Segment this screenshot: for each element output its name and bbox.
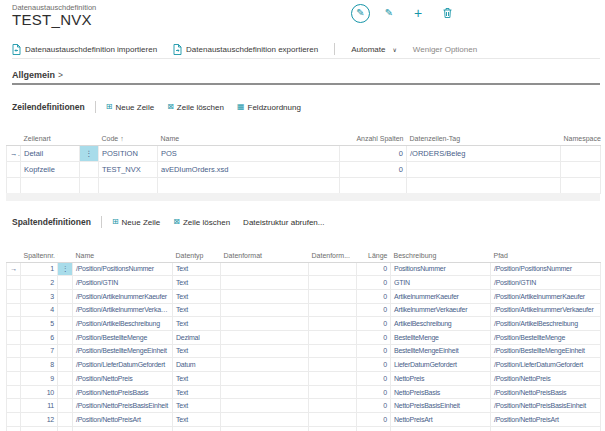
cell-datentyp[interactable]: Text	[173, 276, 221, 290]
cell-spaltennr[interactable]	[21, 426, 58, 431]
cell-spaltennr[interactable]: 7	[21, 344, 58, 358]
cell-menu-icon[interactable]: ⋮	[58, 262, 73, 276]
column-header-laenge[interactable]: Länge	[357, 244, 391, 262]
cell-datenformat[interactable]	[221, 413, 309, 427]
less-options-button[interactable]: Weniger Optionen	[413, 45, 477, 54]
cell-pfad[interactable]: /Position/ArtikelBeschreibung	[491, 317, 601, 331]
cell-zeilenart[interactable]: Detail	[21, 145, 80, 161]
general-fasttab-toggle[interactable]: Allgemein>	[12, 70, 63, 80]
column-header-code[interactable]: Code↑	[99, 128, 158, 145]
cell-datenform[interactable]	[309, 276, 357, 290]
cell-datenformat[interactable]	[221, 317, 309, 331]
cell-menu-cell[interactable]	[58, 303, 73, 317]
cell-pfad[interactable]: /Position/ArtikelnummerKaeufer	[491, 289, 601, 303]
cell-laenge[interactable]: 0	[357, 372, 391, 386]
cell-name[interactable]: /Position/NettoPreisArt	[73, 413, 173, 427]
automate-menu-button[interactable]: Automate ∨	[351, 45, 397, 54]
cell-menu-cell[interactable]	[58, 317, 73, 331]
cell-name[interactable]: /Position/BestellteMengeEinheit	[73, 344, 173, 358]
cell-code[interactable]: TEST_NVX	[99, 161, 158, 177]
cell-menu-cell[interactable]	[58, 289, 73, 303]
cell-name[interactable]: /Position/NettoPreisBasis	[73, 385, 173, 399]
cell-datenform[interactable]	[309, 317, 357, 331]
cell-pfad[interactable]: /Position/BestellteMenge	[491, 330, 601, 344]
cell-laenge[interactable]: 0	[357, 289, 391, 303]
cell-datenformat[interactable]	[221, 289, 309, 303]
column-header-datenzeilen-tag[interactable]: Datenzeilen-Tag	[407, 128, 561, 145]
line-new-line-button[interactable]: ⊞ Neue Zeile	[106, 103, 154, 112]
cell-beschreibung[interactable]: ArtikelBeschreibung	[391, 317, 491, 331]
column-header-datenform[interactable]: Datenform...	[309, 244, 357, 262]
cell-spaltennr[interactable]: 10	[21, 385, 58, 399]
cell-beschreibung[interactable]: PositionsNummer	[391, 262, 491, 276]
cell-laenge[interactable]: 0	[357, 344, 391, 358]
cell-datenformat[interactable]	[221, 276, 309, 290]
cell-zeilenart[interactable]	[21, 177, 80, 193]
column-header-beschreibung[interactable]: Beschreibung	[391, 244, 491, 262]
cell-datentyp[interactable]: Text	[173, 303, 221, 317]
cell-laenge[interactable]: 0	[357, 385, 391, 399]
new-button[interactable]: +	[408, 3, 428, 23]
cell-name[interactable]: /Position/NettoPreis	[73, 372, 173, 386]
cell-datentyp[interactable]: Text	[173, 372, 221, 386]
cell-pfad[interactable]: /Position/LieferDatumGefordert	[491, 358, 601, 372]
cell-beschreibung[interactable]: BestellteMenge	[391, 330, 491, 344]
cell-spaltennr[interactable]: 3	[21, 289, 58, 303]
column-header-pfad[interactable]: Pfad	[491, 244, 601, 262]
column-header-datentyp[interactable]: Datentyp	[173, 244, 221, 262]
cell-beschreibung[interactable]	[391, 426, 491, 431]
cell-datenform[interactable]	[309, 358, 357, 372]
cell-spaltennr[interactable]: 8	[21, 358, 58, 372]
cell-beschreibung[interactable]: GTIN	[391, 276, 491, 290]
cell-spaltennr[interactable]: 1	[21, 262, 58, 276]
column-header-namespace[interactable]: Namespace	[561, 128, 601, 145]
column-header-zeilenart[interactable]: Zeilenart	[21, 128, 80, 145]
cell-laenge[interactable]: 0	[357, 413, 391, 427]
edit-button[interactable]: ✎	[351, 4, 370, 23]
cell-anzahl-spalten[interactable]	[340, 177, 407, 193]
cell-menu-cell[interactable]	[58, 399, 73, 413]
cell-datentyp[interactable]: Text	[173, 262, 221, 276]
cell-menu-icon[interactable]: ⋮	[80, 145, 99, 161]
cell-name[interactable]: /Position/PositionsNummer	[73, 262, 173, 276]
cell-laenge[interactable]: 0	[357, 330, 391, 344]
cell-spaltennr[interactable]: 6	[21, 330, 58, 344]
cell-anzahl-spalten[interactable]: 0	[340, 161, 407, 177]
cell-menu-cell[interactable]	[80, 161, 99, 177]
cell-name[interactable]	[158, 177, 340, 193]
cell-menu-cell[interactable]	[58, 276, 73, 290]
cell-spaltennr[interactable]: 4	[21, 303, 58, 317]
column-header-anzahl-spalten[interactable]: Anzahl Spalten	[340, 128, 407, 145]
cell-datenzeilen-tag[interactable]	[407, 161, 561, 177]
cell-menu-cell[interactable]	[58, 358, 73, 372]
cell-datentyp[interactable]: Dezimal	[173, 330, 221, 344]
cell-datenzeilen-tag[interactable]	[407, 177, 561, 193]
cell-beschreibung[interactable]: NettoPreisBasis	[391, 385, 491, 399]
cell-datenform[interactable]	[309, 385, 357, 399]
cell-datentyp[interactable]: Text	[173, 399, 221, 413]
cell-beschreibung[interactable]: NettoPreis	[391, 372, 491, 386]
cell-name[interactable]	[73, 426, 173, 431]
cell-namespace[interactable]	[561, 177, 601, 193]
cell-datenform[interactable]	[309, 372, 357, 386]
cell-beschreibung[interactable]: NettoPreisBasisEinheit	[391, 399, 491, 413]
cell-beschreibung[interactable]: LieferDatumGefordert	[391, 358, 491, 372]
cell-name[interactable]: /Position/GTIN	[73, 276, 173, 290]
cell-datentyp[interactable]: Text	[173, 317, 221, 331]
get-file-structure-button[interactable]: Dateistruktur abrufen...	[243, 218, 324, 227]
cell-pfad[interactable]	[491, 426, 601, 431]
cell-beschreibung[interactable]: ArtikelnummerKaeufer	[391, 289, 491, 303]
cell-datenformat[interactable]	[221, 399, 309, 413]
cell-spaltennr[interactable]: 12	[21, 413, 58, 427]
cell-spaltennr[interactable]: 11	[21, 399, 58, 413]
column-header-name[interactable]: Name	[158, 128, 340, 145]
cell-pfad[interactable]: /Position/PositionsNummer	[491, 262, 601, 276]
cell-menu-cell[interactable]	[58, 330, 73, 344]
field-mapping-button[interactable]: ▦ Feldzuordnung	[237, 103, 301, 112]
cell-menu-cell[interactable]	[80, 177, 99, 193]
column-delete-line-button[interactable]: ⊠ Zeile löschen	[173, 218, 230, 227]
cell-datenform[interactable]	[309, 262, 357, 276]
cell-pfad[interactable]: /Position/NettoPreisBasisEinheit	[491, 399, 601, 413]
column-new-line-button[interactable]: ⊞ Neue Zeile	[112, 218, 160, 227]
cell-datenformat[interactable]	[221, 344, 309, 358]
